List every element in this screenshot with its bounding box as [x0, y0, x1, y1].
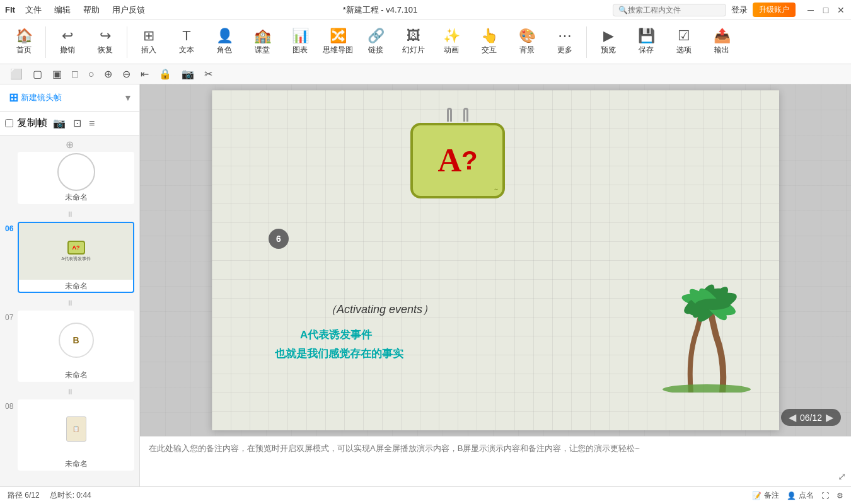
screenshot-icon[interactable]: 📷: [51, 115, 67, 131]
new-frame-button[interactable]: ⊞ 新建镜头帧: [5, 88, 118, 107]
list-item[interactable]: 06 A? A代表诱发事件 未命名: [0, 220, 139, 297]
notes-input[interactable]: [140, 437, 851, 486]
crop-icon[interactable]: ✂: [202, 67, 215, 81]
new-frame-label: 新建镜头帧: [21, 92, 62, 103]
notes-status-button[interactable]: 📝 备注: [752, 490, 779, 501]
toolbar-classroom[interactable]: 🏫 课堂: [243, 23, 281, 62]
toolbar-chart[interactable]: 📊 图表: [281, 23, 319, 62]
list-tool-icon[interactable]: ≡: [87, 116, 96, 131]
status-right: 📝 备注 👤 点名 ⛶ ⚙: [752, 490, 843, 501]
slide-badge: 6: [269, 229, 289, 249]
new-frame-icon: ⊞: [9, 91, 18, 105]
lock-icon[interactable]: 🔒: [156, 67, 174, 81]
slide-label: 未命名: [19, 459, 133, 469]
notes-expand-icon[interactable]: ⤢: [838, 471, 846, 483]
badge-number: 6: [276, 234, 281, 244]
toolbar-text[interactable]: T 文本: [168, 23, 206, 62]
crop-tool-icon[interactable]: ⊡: [71, 115, 83, 131]
sidebar-tools: 复制帧 📷 ⊡ ≡: [0, 112, 139, 135]
toolbar-preview[interactable]: ▶ 预览: [589, 23, 627, 62]
sidebar-dropdown-button[interactable]: ▼: [122, 91, 134, 104]
slide-canvas[interactable]: 6 A ? ～: [212, 90, 779, 430]
palm-trees: [653, 254, 767, 392]
camera-icon[interactable]: 📷: [179, 67, 197, 81]
slide-thumbnail-active[interactable]: A? A代表诱发事件 未命名: [18, 222, 134, 293]
sign-board[interactable]: A ? ～: [407, 109, 508, 197]
toolbar-role[interactable]: 👤 角色: [206, 23, 243, 62]
points-status-button[interactable]: 👤 点名: [787, 490, 814, 501]
slide-sep-icon-2: ⏸: [66, 299, 74, 307]
slide-separator-3[interactable]: ⏸: [0, 386, 139, 398]
slide-thumbnail[interactable]: 未命名: [18, 152, 134, 204]
toolbar-redo-label: 恢复: [98, 45, 113, 55]
sign-decoration: ～: [493, 185, 499, 193]
list-item[interactable]: 08 📋 未命名: [0, 398, 139, 474]
title-bar: FIt 文件 编辑 帮助 用户反馈 *新建工程 - v4.7.101 🔍 登录 …: [0, 0, 851, 20]
toolbar-mindmap[interactable]: 🔀 思维导图: [319, 23, 357, 62]
toolbar-link[interactable]: 🔗 链接: [357, 23, 395, 62]
shape-roundrect-icon[interactable]: ▢: [30, 67, 45, 81]
toolbar-slideshow[interactable]: 🖼 幻灯片: [395, 23, 432, 62]
activating-text-content: （Activating events）: [325, 303, 434, 316]
slide-thumb-content: A? A代表诱发事件: [19, 223, 133, 280]
search-box[interactable]: 🔍: [613, 4, 726, 16]
list-item[interactable]: 07 B 未命名: [0, 309, 139, 386]
toolbar-insert[interactable]: ⊞ 插入: [130, 23, 168, 62]
slide-separator-top[interactable]: ⊕: [0, 138, 139, 151]
sign-board-inner: A ? ～: [410, 123, 505, 198]
slide-thumb-content: 📋: [19, 401, 133, 457]
shape-square-icon[interactable]: □: [69, 67, 81, 81]
zoom-out-icon[interactable]: ⊖: [120, 67, 133, 81]
shape-circle-icon[interactable]: ○: [86, 67, 97, 81]
shape-roundrect2-icon[interactable]: ▣: [50, 67, 64, 81]
toolbar-animation[interactable]: ✨ 动画: [432, 23, 470, 62]
align-left-icon[interactable]: ⇤: [138, 67, 151, 81]
interact-icon: 👆: [481, 29, 498, 43]
slide-thumb-content: B: [19, 312, 133, 369]
page-prev-button[interactable]: ◀: [789, 411, 796, 423]
zoom-in-icon[interactable]: ⊕: [101, 67, 115, 81]
menu-feedback[interactable]: 用户反馈: [110, 3, 148, 17]
toolbar-more[interactable]: ⋯ 更多: [546, 23, 584, 62]
slideshow-icon: 🖼: [407, 29, 420, 43]
shape-rect-icon[interactable]: ⬜: [8, 67, 25, 81]
toolbar-options[interactable]: ☑ 选项: [665, 23, 703, 62]
maximize-button[interactable]: □: [821, 5, 831, 15]
menu-edit[interactable]: 编辑: [52, 3, 73, 17]
canvas-wrapper: 6 A ? ～: [140, 84, 851, 486]
toolbar: 🏠 首页 ↩ 撤销 ↪ 恢复 ⊞ 插入 T 文本 👤 角色 🏫 课堂 📊 图表 …: [0, 20, 851, 64]
toolbar-redo[interactable]: ↪ 恢复: [86, 23, 124, 62]
menu-file[interactable]: 文件: [23, 3, 44, 17]
slide-label: 未命名: [19, 281, 133, 292]
slide-thumbnail[interactable]: 📋 未命名: [18, 399, 134, 471]
menu-help[interactable]: 帮助: [81, 3, 102, 17]
toolbar-classroom-label: 课堂: [255, 45, 270, 55]
copy-frame-checkbox[interactable]: [5, 119, 13, 127]
page-next-button[interactable]: ▶: [826, 411, 833, 423]
toolbar-save[interactable]: 💾 保存: [627, 23, 665, 62]
toolbar-home[interactable]: 🏠 首页: [5, 23, 43, 62]
minimize-button[interactable]: ─: [806, 5, 816, 15]
search-input[interactable]: [628, 6, 710, 14]
toolbar-chart-label: 图表: [292, 45, 308, 55]
toolbar-interact[interactable]: 👆 交互: [470, 23, 508, 62]
save-icon: 💾: [638, 29, 655, 43]
login-button[interactable]: 登录: [731, 4, 748, 16]
toolbar-undo[interactable]: ↩ 撤销: [49, 23, 86, 62]
toolbar-export[interactable]: 📤 输出: [703, 23, 741, 62]
window-title: *新建工程 - v4.7.101: [148, 4, 613, 16]
list-item[interactable]: 未命名: [0, 151, 139, 208]
toolbar-background[interactable]: 🎨 背景: [508, 23, 546, 62]
page-total: 12: [812, 413, 822, 423]
slide-num: 07: [5, 313, 18, 322]
close-button[interactable]: ✕: [836, 5, 846, 15]
slide-separator-2[interactable]: ⏸: [0, 297, 139, 309]
canvas-area[interactable]: 6 A ? ～: [140, 84, 851, 436]
slide-separator-1[interactable]: ⏸: [0, 208, 139, 220]
sign-text-a: A: [437, 144, 461, 177]
fullscreen-icon[interactable]: ⛶: [821, 491, 829, 500]
page-current: 06: [800, 413, 810, 423]
slide-thumbnail[interactable]: B 未命名: [18, 311, 134, 382]
settings-icon[interactable]: ⚙: [837, 491, 843, 500]
upgrade-button[interactable]: 升级账户: [753, 3, 796, 17]
